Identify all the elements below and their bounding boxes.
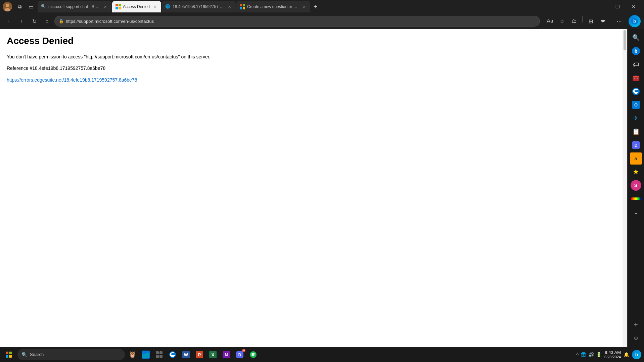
sidebar-notes-icon[interactable]: 📋: [630, 126, 642, 138]
win-logo-g: [9, 352, 12, 354]
browser-body: Access Denied You don't have permission …: [0, 29, 644, 347]
svg-rect-10: [243, 7, 245, 9]
sidebar-chevron-down-icon[interactable]: ⌄: [630, 206, 642, 218]
tray-edge-icon[interactable]: b: [632, 350, 641, 359]
sidebar-shopping-icon[interactable]: 🏷: [630, 58, 642, 71]
search-bar[interactable]: 🔍 Search: [17, 349, 125, 360]
tab4-close[interactable]: ✕: [301, 4, 307, 10]
copilot-sidebar-button[interactable]: b: [629, 15, 641, 27]
profile-icon[interactable]: [3, 2, 12, 11]
refresh-button[interactable]: ↻: [29, 16, 40, 27]
tab-layout-icon[interactable]: ▭: [26, 2, 36, 11]
page-title: Access Denied: [7, 36, 616, 46]
sidebar-color-bar-icon[interactable]: [630, 193, 642, 205]
sidebar-copilot-icon[interactable]: b: [630, 45, 642, 57]
sidebar-amazon-icon[interactable]: a: [630, 152, 642, 165]
error-link[interactable]: https://errors.edgesuite.net/18.4efe19b8…: [7, 77, 137, 83]
read-aloud-button[interactable]: Aa: [545, 16, 555, 27]
taskbar-discord[interactable]: D 9+: [234, 349, 246, 361]
tab-1[interactable]: 🔍 microsoft support chat - Search ✕: [38, 1, 111, 12]
sidebar-discord-icon[interactable]: D: [630, 139, 642, 151]
restore-button[interactable]: ❐: [610, 1, 625, 12]
search-icon: 🔍: [21, 352, 27, 357]
svg-text:W: W: [184, 352, 188, 357]
sidebar-tools-icon[interactable]: 🧰: [630, 72, 642, 84]
taskbar-file-explorer[interactable]: [140, 349, 152, 361]
svg-rect-21: [142, 353, 149, 358]
tab2-title: Access Denied: [123, 4, 150, 9]
sidebar-star-icon[interactable]: ★: [630, 166, 642, 178]
tab-3[interactable]: 🌐 18.4efe19b8.1719592757.8a6be ✕: [162, 1, 236, 12]
sidebar-add-icon[interactable]: +: [630, 319, 642, 331]
split-view-button[interactable]: ⊞: [585, 16, 596, 27]
tab1-close[interactable]: ✕: [102, 4, 108, 10]
taskbar: 🔍 Search 🦉 W: [0, 347, 644, 362]
taskbar-spotify[interactable]: [247, 349, 259, 361]
tab3-close[interactable]: ✕: [226, 4, 232, 10]
sidebar-search-icon[interactable]: 🔍: [630, 32, 642, 44]
svg-rect-7: [240, 4, 242, 6]
tab1-title: microsoft support chat - Search: [48, 4, 100, 9]
forward-button[interactable]: ›: [16, 16, 27, 27]
taskbar-edge[interactable]: [167, 349, 179, 361]
page-body: You don't have permission to access "htt…: [7, 53, 616, 84]
minimize-button[interactable]: ─: [594, 1, 609, 12]
taskbar-app-custom[interactable]: 🦉: [126, 349, 138, 361]
notification-icon[interactable]: 🔔: [624, 352, 629, 357]
scrollbar-thumb[interactable]: [624, 30, 626, 50]
scrollbar[interactable]: [623, 29, 627, 347]
toolbar-icons: Aa ☆ 🗂 ⊞ ❤ ⋯: [545, 16, 625, 27]
collections-toolbar-button[interactable]: 🗂: [569, 16, 580, 27]
tab-bar: ⧉ ▭ 🔍 microsoft support chat - Search ✕ …: [0, 0, 644, 13]
new-tab-button[interactable]: +: [311, 2, 320, 11]
taskbar-powerpoint[interactable]: P: [193, 349, 205, 361]
battery-icon[interactable]: 🔋: [596, 352, 602, 357]
start-button[interactable]: [3, 349, 15, 361]
collections-icon[interactable]: ⧉: [15, 2, 24, 11]
svg-text:X: X: [212, 352, 215, 357]
tab1-favicon: 🔍: [41, 4, 46, 9]
win-logo-y: [9, 355, 12, 358]
svg-point-1: [6, 4, 9, 7]
svg-rect-9: [240, 7, 242, 9]
svg-text:b: b: [633, 18, 636, 24]
taskbar-task-view[interactable]: [153, 349, 165, 361]
tab4-title: Create a new question or start &: [247, 4, 299, 9]
tray-chevron[interactable]: ^: [576, 352, 579, 357]
home-button[interactable]: ⌂: [42, 16, 52, 27]
lock-icon: 🔒: [59, 19, 64, 24]
svg-rect-8: [243, 4, 245, 6]
taskbar-onenote[interactable]: N: [220, 349, 232, 361]
tab-4[interactable]: Create a new question or start & ✕: [236, 1, 310, 12]
toolbar-divider: [582, 16, 583, 22]
browser-essentials-button[interactable]: ❤: [597, 16, 608, 27]
network-icon[interactable]: 🌐: [581, 352, 586, 357]
svg-text:D: D: [634, 143, 637, 148]
tab-2[interactable]: Access Denied ✕: [112, 1, 161, 12]
tab3-favicon: 🌐: [165, 4, 171, 9]
clock[interactable]: 9:43 AM 6/28/2024: [604, 350, 621, 359]
edge-right-sidebar: 🔍 b 🏷 🧰 O ✈ 📋 D: [627, 29, 644, 347]
close-button[interactable]: ✕: [626, 1, 641, 12]
tab4-favicon: [240, 4, 245, 9]
more-button[interactable]: ⋯: [614, 16, 625, 27]
svg-rect-4: [119, 4, 121, 6]
toolbar-divider2: [611, 16, 611, 22]
back-button[interactable]: ‹: [3, 16, 14, 27]
favorites-button[interactable]: ☆: [557, 16, 567, 27]
tab2-close[interactable]: ✕: [152, 4, 158, 10]
sidebar-circle-s-icon[interactable]: S: [630, 179, 642, 191]
svg-rect-5: [116, 7, 118, 9]
sidebar-outlook-icon[interactable]: O: [630, 99, 642, 111]
sidebar-telegram-icon[interactable]: ✈: [630, 112, 642, 124]
volume-icon[interactable]: 🔊: [588, 352, 594, 357]
tab3-title: 18.4efe19b8.1719592757.8a6be: [173, 4, 224, 9]
sidebar-settings-icon[interactable]: ⚙: [630, 332, 642, 344]
address-text: https://support.microsoft.com/en-us/cont…: [66, 19, 154, 24]
taskbar-excel[interactable]: X: [207, 349, 219, 361]
sidebar-edge-icon[interactable]: [630, 85, 642, 97]
win-logo-r: [6, 352, 8, 354]
address-input[interactable]: 🔒 https://support.microsoft.com/en-us/co…: [54, 16, 540, 27]
taskbar-word[interactable]: W: [180, 349, 192, 361]
win-logo-b: [6, 355, 8, 358]
